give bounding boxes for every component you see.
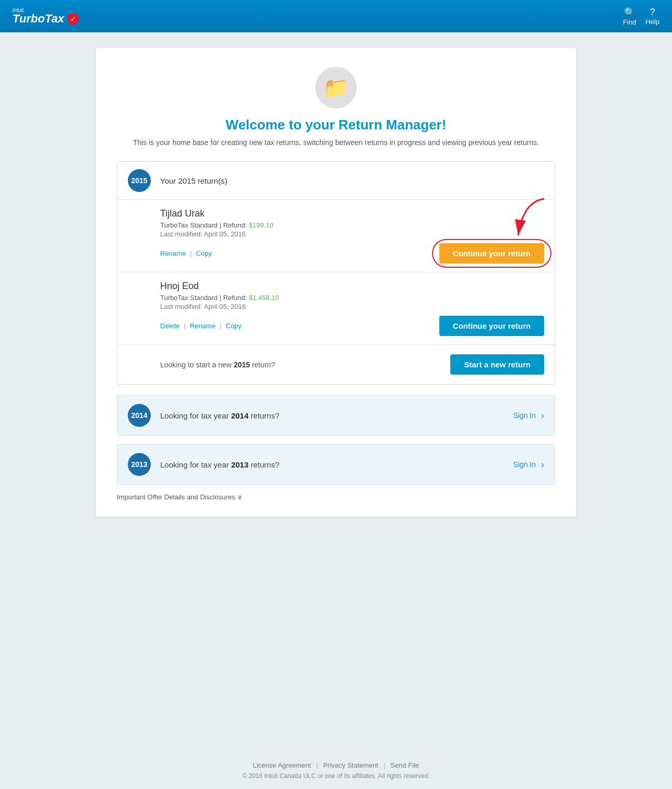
- help-icon: ?: [645, 7, 659, 18]
- start-return-text: Looking to start a new 2015 return?: [160, 361, 275, 369]
- year-2013-content: Looking for tax year 2013 returns?: [160, 460, 513, 469]
- chevron-right-2014-icon: ›: [541, 410, 544, 421]
- copy-link-hnoj[interactable]: Copy: [226, 322, 242, 330]
- welcome-icon-area: 📁: [117, 67, 555, 109]
- header: intuit. TurboTax ✓ 🔍 Find ? Help: [0, 0, 672, 32]
- return-name-tijlad: Tijlad Urak: [160, 208, 544, 219]
- sign-in-2014-link[interactable]: Sign In: [513, 411, 536, 420]
- year-2013-row[interactable]: 2013 Looking for tax year 2013 returns? …: [117, 444, 555, 485]
- copy-link-tijlad[interactable]: Copy: [196, 249, 212, 257]
- year-2014-badge: 2014: [128, 404, 151, 427]
- footer-links: License Agreement | Privacy Statement | …: [9, 761, 663, 769]
- welcome-subtitle: This is your home base for creating new …: [117, 138, 555, 147]
- year-2015-badge: 2015: [128, 169, 151, 192]
- start-new-return-button[interactable]: Start a new return: [450, 354, 544, 375]
- return-meta-tijlad: TurboTax Standard | Refund: $199.10: [160, 221, 544, 229]
- privacy-statement-link[interactable]: Privacy Statement: [323, 761, 378, 769]
- year-2015-section: 2015 Your 2015 return(s) Tijlad Urak Tur…: [117, 161, 555, 385]
- continue-return-wrapper-tijlad: Continue your return: [439, 243, 544, 264]
- search-icon: 🔍: [623, 7, 636, 18]
- main-content: 📁 Welcome to your Return Manager! This i…: [0, 32, 672, 752]
- refund-label-hnoj: Refund:: [223, 294, 247, 302]
- return-date-tijlad: Last modified: April 05, 2016: [160, 230, 544, 238]
- chevron-right-2013-icon: ›: [541, 459, 544, 470]
- important-offers-toggle[interactable]: Important Offer Details and Disclosures …: [117, 493, 555, 501]
- return-name-hnoj: Hnoj Eod: [160, 281, 544, 292]
- turbotax-checkmark-icon: ✓: [67, 13, 79, 25]
- find-button[interactable]: 🔍 Find: [623, 7, 636, 26]
- return-entry-tijlad: Tijlad Urak TurboTax Standard | Refund: …: [117, 199, 555, 272]
- footer: License Agreement | Privacy Statement | …: [0, 752, 672, 789]
- year-2013-badge: 2013: [128, 453, 151, 476]
- return-entry-hnoj: Hnoj Eod TurboTax Standard | Refund: $1,…: [117, 272, 555, 344]
- footer-copyright: © 2016 Intuit Canada ULC or one of its a…: [9, 772, 663, 780]
- return-meta-hnoj: TurboTax Standard | Refund: $1,458.10: [160, 294, 544, 302]
- continue-return-button-hnoj[interactable]: Continue your return: [439, 316, 544, 336]
- refund-label-tijlad: Refund:: [223, 221, 247, 229]
- return-actions-hnoj: Delete | Rename | Copy Continue your ret…: [160, 316, 544, 336]
- return-manager-card: 📁 Welcome to your Return Manager! This i…: [96, 48, 576, 517]
- header-nav: 🔍 Find ? Help: [623, 7, 659, 26]
- continue-return-button-tijlad[interactable]: Continue your return: [439, 243, 544, 264]
- return-links-tijlad: Rename | Copy: [160, 249, 212, 257]
- refund-amount-tijlad: $199.10: [249, 221, 273, 229]
- delete-link-hnoj[interactable]: Delete: [160, 322, 180, 330]
- license-agreement-link[interactable]: License Agreement: [253, 761, 311, 769]
- return-actions-tijlad: Rename | Copy: [160, 243, 544, 264]
- year-2015-label: Your 2015 return(s): [160, 176, 227, 185]
- year-2014-text: Looking for tax year 2014 returns?: [160, 411, 280, 420]
- chevron-down-icon: ∨: [237, 493, 243, 501]
- folder-icon: 📁: [315, 67, 357, 109]
- year-2013-right: Sign In ›: [513, 459, 544, 470]
- send-file-link[interactable]: Send File: [390, 761, 419, 769]
- return-links-hnoj: Delete | Rename | Copy: [160, 322, 242, 330]
- refund-amount-hnoj: $1,458.10: [249, 294, 279, 302]
- welcome-title: Welcome to your Return Manager!: [117, 117, 555, 133]
- year-2014-content: Looking for tax year 2014 returns?: [160, 411, 513, 420]
- start-new-return-row: Looking to start a new 2015 return? Star…: [117, 344, 555, 384]
- year-2013-text: Looking for tax year 2013 returns?: [160, 460, 280, 469]
- year-2015-header: 2015 Your 2015 return(s): [117, 162, 555, 199]
- logo-intuit: intuit. TurboTax ✓: [13, 8, 79, 25]
- year-2014-right: Sign In ›: [513, 410, 544, 421]
- logo-area: intuit. TurboTax ✓: [13, 8, 79, 25]
- return-product-tijlad: TurboTax Standard: [160, 221, 218, 229]
- return-product-hnoj: TurboTax Standard: [160, 294, 218, 302]
- sign-in-2013-link[interactable]: Sign In: [513, 460, 536, 469]
- year-2014-row[interactable]: 2014 Looking for tax year 2014 returns? …: [117, 395, 555, 436]
- rename-link-tijlad[interactable]: Rename: [160, 249, 186, 257]
- help-button[interactable]: ? Help: [645, 7, 659, 26]
- rename-link-hnoj[interactable]: Rename: [190, 322, 215, 330]
- return-date-hnoj: Last modified: April 05, 2016: [160, 303, 544, 310]
